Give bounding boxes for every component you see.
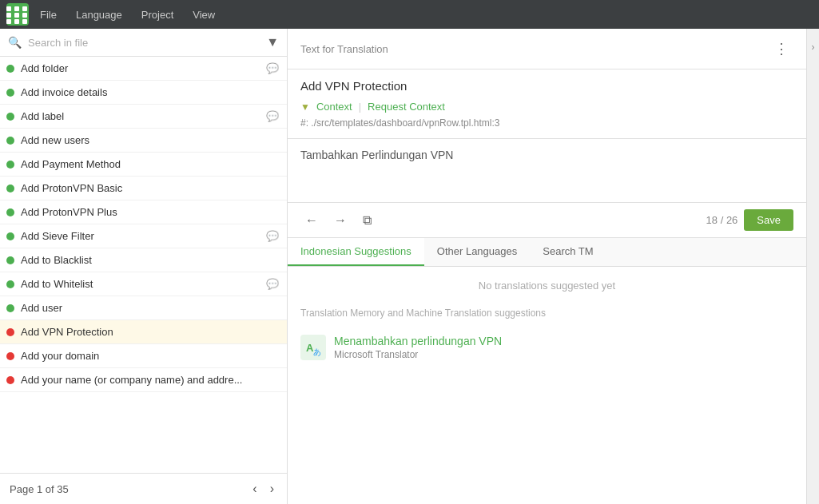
context-bar: ▼ Context | Request Context [300, 101, 793, 113]
list-item[interactable]: Add Payment Method [0, 153, 287, 177]
tm-icon: A あ [300, 335, 326, 360]
search-icon: 🔍 [8, 36, 22, 49]
context-separator: | [359, 101, 361, 113]
header-menu-button[interactable]: ⋮ [769, 38, 793, 59]
context-path: #: ./src/templates/dashboard/vpnRow.tpl.… [300, 117, 793, 129]
item-label: Add folder [21, 62, 260, 74]
list-item[interactable]: Add user [0, 296, 287, 320]
list-item[interactable]: Add Sieve Filter💬 [0, 224, 287, 248]
comment-icon: 💬 [266, 230, 279, 242]
status-dot [6, 137, 14, 145]
comment-icon: 💬 [266, 62, 279, 74]
next-string-button[interactable]: → [329, 210, 352, 231]
status-dot [6, 304, 14, 312]
item-label: Add ProtonVPN Plus [21, 206, 279, 218]
no-suggestions-text: No translations suggested yet [300, 280, 793, 292]
list-item[interactable]: Add to Whitelist💬 [0, 272, 287, 296]
item-label: Add to Blacklist [21, 254, 279, 266]
next-page-button[interactable]: › [267, 480, 277, 498]
list-item[interactable]: Add invoice details [0, 81, 287, 105]
item-label: Add new users [21, 134, 279, 146]
source-text-section: Add VPN Protection ▼ Context | Request C… [288, 69, 806, 139]
item-label: Add to Whitelist [21, 278, 260, 290]
save-button[interactable]: Save [744, 209, 793, 231]
status-dot [6, 376, 14, 384]
right-panel: Text for Translation ⋮ Add VPN Protectio… [288, 29, 806, 504]
status-dot [6, 89, 14, 97]
prev-page-button[interactable]: ‹ [249, 480, 260, 498]
tm-main-text[interactable]: Menambahkan perlindungan VPN [334, 335, 793, 347]
list-item[interactable]: Add folder💬 [0, 57, 287, 81]
status-dot [6, 113, 14, 121]
tab-search-tm[interactable]: Search TM [530, 238, 606, 266]
item-label: Add ProtonVPN Basic [21, 182, 279, 194]
list-item[interactable]: Add new users [0, 129, 287, 153]
item-label: Add user [21, 302, 279, 314]
item-label: Add your name (or company name) and addr… [21, 374, 279, 386]
source-string: Add VPN Protection [300, 79, 793, 93]
context-arrow-icon: ▼ [300, 101, 310, 113]
list-item[interactable]: Add your name (or company name) and addr… [0, 368, 287, 392]
svg-text:あ: あ [313, 347, 321, 356]
tab-other-languages[interactable]: Other Languages [424, 238, 530, 266]
comment-icon: 💬 [266, 278, 279, 290]
copy-source-button[interactable]: ⧉ [358, 210, 376, 231]
translation-area[interactable]: Tambahkan Perlindungan VPN [288, 139, 806, 203]
search-bar: 🔍 ▼ [0, 29, 287, 57]
status-dot [6, 232, 14, 240]
suggestion-tabs: Indonesian Suggestions Other Languages S… [288, 238, 806, 267]
item-label: Add Payment Method [21, 158, 279, 170]
status-dot [6, 185, 14, 192]
list-item[interactable]: Add your domain [0, 344, 287, 368]
filter-icon[interactable]: ▼ [266, 35, 279, 50]
translation-header: Text for Translation ⋮ [288, 29, 806, 69]
tm-text-wrap: Menambahkan perlindungan VPN Microsoft T… [334, 335, 793, 360]
item-label: Add Sieve Filter [21, 230, 260, 242]
status-dot [6, 280, 14, 288]
status-dot [6, 65, 14, 73]
pagination: Page 1 of 35 ‹ › [0, 473, 287, 504]
menubar: File Language Project View [0, 0, 819, 29]
page-info: Page 1 of 35 [10, 483, 243, 495]
context-link[interactable]: Context [316, 101, 352, 113]
translator-icon: A あ [302, 336, 324, 359]
status-dot [6, 256, 14, 264]
main-area: 🔍 ▼ Add folder💬Add invoice detailsAdd la… [0, 29, 819, 504]
list-item[interactable]: Add VPN Protection [0, 320, 287, 344]
progress-info: 18 / 26 [383, 214, 737, 226]
status-dot [6, 352, 14, 360]
collapse-arrow-icon: › [812, 42, 815, 53]
tm-source: Microsoft Translator [334, 349, 793, 360]
apps-grid-icon[interactable] [6, 3, 29, 26]
list-item[interactable]: Add label💬 [0, 105, 287, 129]
menu-file[interactable]: File [32, 6, 65, 24]
list-item[interactable]: Add ProtonVPN Plus [0, 200, 287, 224]
left-panel: 🔍 ▼ Add folder💬Add invoice detailsAdd la… [0, 29, 288, 504]
tab-indonesian-suggestions[interactable]: Indonesian Suggestions [288, 238, 424, 266]
item-label: Add your domain [21, 350, 279, 362]
menu-view[interactable]: View [185, 6, 223, 24]
list-item[interactable]: Add to Blacklist [0, 248, 287, 272]
list-item[interactable]: Add ProtonVPN Basic [0, 177, 287, 200]
item-label: Add label [21, 110, 260, 122]
translation-controls: ← → ⧉ 18 / 26 Save [288, 203, 806, 238]
item-label: Add VPN Protection [21, 326, 279, 338]
status-dot [6, 161, 14, 169]
suggestions-area: No translations suggested yet Translatio… [288, 267, 806, 504]
search-input[interactable] [28, 37, 260, 49]
request-context-link[interactable]: Request Context [368, 101, 445, 113]
menu-project[interactable]: Project [133, 6, 181, 24]
status-dot [6, 208, 14, 216]
tm-header: Translation Memory and Machine Translati… [300, 308, 793, 319]
status-dot [6, 328, 14, 336]
string-list: Add folder💬Add invoice detailsAdd label💬… [0, 57, 287, 473]
tm-suggestion-item: A あ Menambahkan perlindungan VPN Microso… [300, 328, 793, 367]
item-label: Add invoice details [21, 86, 279, 98]
menu-language[interactable]: Language [68, 6, 130, 24]
prev-string-button[interactable]: ← [300, 210, 323, 231]
translation-header-title: Text for Translation [300, 43, 769, 55]
right-collapse-handle[interactable]: › [806, 29, 819, 504]
translation-text: Tambahkan Perlindungan VPN [300, 149, 793, 161]
comment-icon: 💬 [266, 110, 279, 122]
